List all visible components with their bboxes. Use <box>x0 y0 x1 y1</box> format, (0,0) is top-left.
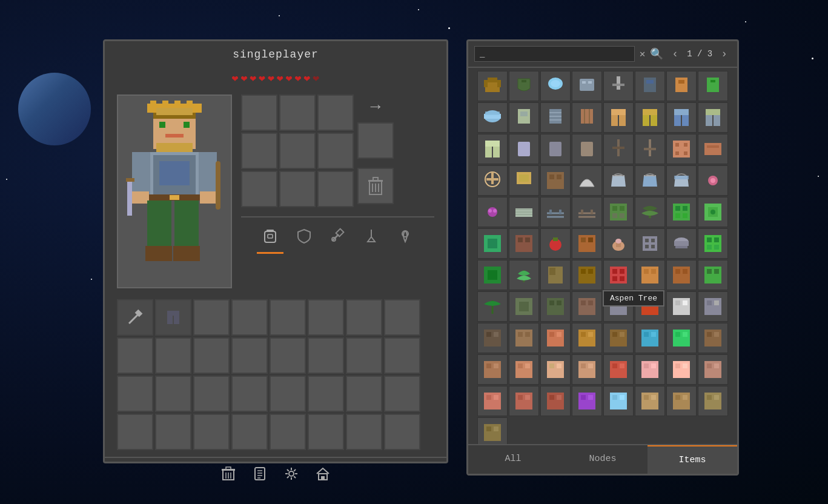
item-cell-45[interactable] <box>635 228 665 259</box>
item-cell-65[interactable] <box>509 323 539 353</box>
item-cell-60[interactable] <box>603 291 634 322</box>
item-cell-80[interactable] <box>477 386 508 416</box>
craft-slot-8[interactable] <box>317 171 354 207</box>
inv-slot-7[interactable] <box>384 299 420 336</box>
search-icon-button[interactable]: 🔍 <box>650 47 663 61</box>
item-cell-0[interactable] <box>477 71 508 101</box>
item-cell-35[interactable] <box>572 197 602 227</box>
item-cell-74[interactable] <box>540 354 571 385</box>
item-cell-54[interactable] <box>666 260 697 290</box>
item-cell-48[interactable] <box>477 260 508 290</box>
inv-slot-15[interactable] <box>384 337 420 374</box>
item-cell-31[interactable] <box>698 165 728 196</box>
tab-map[interactable] <box>392 222 419 249</box>
inv-slot-5[interactable] <box>308 299 344 336</box>
inv-slot-2[interactable] <box>193 299 230 336</box>
filter-tab-items[interactable]: Items <box>647 445 737 474</box>
settings-button[interactable] <box>282 464 301 483</box>
inv-slot-17[interactable] <box>155 376 191 412</box>
craft-slot-6[interactable] <box>241 171 277 207</box>
trash-button[interactable] <box>219 464 238 483</box>
inv-slot-1[interactable] <box>155 299 191 336</box>
inv-slot-0[interactable] <box>117 299 153 336</box>
item-cell-34[interactable] <box>540 197 571 227</box>
item-cell-3[interactable] <box>572 71 602 101</box>
item-cell-12[interactable] <box>603 102 634 133</box>
item-cell-85[interactable] <box>635 386 665 416</box>
inv-slot-13[interactable] <box>308 337 344 374</box>
item-cell-83[interactable] <box>572 386 602 416</box>
item-cell-55[interactable] <box>698 260 728 290</box>
item-cell-25[interactable] <box>509 165 539 196</box>
item-cell-70[interactable] <box>666 323 697 353</box>
item-cell-10[interactable] <box>540 102 571 133</box>
item-cell-28[interactable] <box>603 165 634 196</box>
craft-slot-2[interactable] <box>317 94 354 131</box>
item-cell-37[interactable] <box>635 197 665 227</box>
item-cell-69[interactable] <box>635 323 665 353</box>
item-cell-14[interactable] <box>666 102 697 133</box>
tab-shield[interactable] <box>291 222 317 249</box>
inv-slot-3[interactable] <box>231 299 268 336</box>
item-cell-84[interactable] <box>603 386 634 416</box>
inv-slot-4[interactable] <box>270 299 306 336</box>
tab-backpack[interactable] <box>257 222 283 249</box>
craft-output[interactable] <box>357 122 394 159</box>
item-cell-50[interactable] <box>540 260 571 290</box>
item-cell-39[interactable] <box>698 197 728 227</box>
inv-slot-30[interactable] <box>346 414 382 450</box>
craft-slot-4[interactable] <box>279 133 316 169</box>
item-cell-46[interactable] <box>666 228 697 259</box>
prev-page-button[interactable]: ‹ <box>668 47 682 61</box>
inv-slot-23[interactable] <box>384 376 420 412</box>
item-cell-9[interactable] <box>509 102 539 133</box>
item-cell-20[interactable] <box>603 134 634 164</box>
item-cell-33[interactable] <box>509 197 539 227</box>
item-cell-5[interactable] <box>635 71 665 101</box>
item-cell-68[interactable] <box>603 323 634 353</box>
craft-slot-0[interactable] <box>241 94 277 131</box>
item-cell-40[interactable] <box>477 228 508 259</box>
item-cell-29[interactable] <box>635 165 665 196</box>
inv-slot-20[interactable] <box>270 376 306 412</box>
filter-tab-all[interactable]: All <box>468 445 558 474</box>
item-cell-36[interactable] <box>603 197 634 227</box>
item-cell-63[interactable] <box>698 291 728 322</box>
item-cell-81[interactable] <box>509 386 539 416</box>
inv-slot-25[interactable] <box>155 414 191 450</box>
craft-slot-1[interactable] <box>279 94 316 131</box>
craft-slot-3[interactable] <box>241 133 277 169</box>
inv-slot-29[interactable] <box>308 414 344 450</box>
item-cell-1[interactable] <box>509 71 539 101</box>
item-cell-2[interactable] <box>540 71 571 101</box>
item-cell-78[interactable] <box>666 354 697 385</box>
item-cell-6[interactable] <box>666 71 697 101</box>
item-cell-16[interactable] <box>477 134 508 164</box>
inv-slot-16[interactable] <box>117 376 153 412</box>
item-cell-79[interactable] <box>698 354 728 385</box>
item-cell-62[interactable] <box>666 291 697 322</box>
inv-slot-6[interactable] <box>346 299 382 336</box>
item-cell-38[interactable] <box>666 197 697 227</box>
item-cell-22[interactable] <box>666 134 697 164</box>
craft-trash[interactable] <box>357 168 394 204</box>
item-cell-53[interactable] <box>635 260 665 290</box>
inv-slot-18[interactable] <box>193 376 230 412</box>
item-cell-23[interactable] <box>698 134 728 164</box>
item-cell-44[interactable] <box>603 228 634 259</box>
inv-slot-19[interactable] <box>231 376 268 412</box>
item-cell-75[interactable] <box>572 354 602 385</box>
item-cell-21[interactable] <box>635 134 665 164</box>
item-cell-61[interactable] <box>635 291 665 322</box>
item-cell-88[interactable] <box>477 417 508 444</box>
home-button[interactable] <box>313 464 333 483</box>
item-cell-19[interactable] <box>572 134 602 164</box>
item-cell-7[interactable] <box>698 71 728 101</box>
inv-slot-31[interactable] <box>384 414 420 450</box>
item-cell-87[interactable] <box>698 386 728 416</box>
item-cell-27[interactable] <box>572 165 602 196</box>
close-search-button[interactable]: ✕ <box>640 48 646 60</box>
item-cell-41[interactable] <box>509 228 539 259</box>
tab-tools[interactable] <box>324 222 351 249</box>
item-cell-59[interactable] <box>572 291 602 322</box>
